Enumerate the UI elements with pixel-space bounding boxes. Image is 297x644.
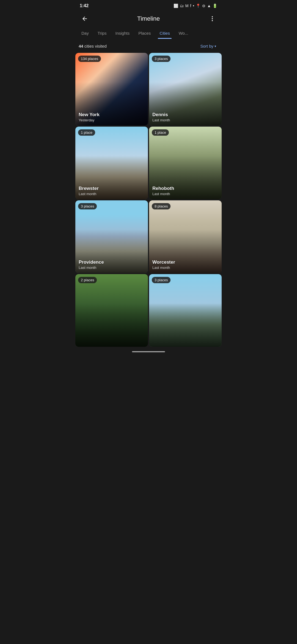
tab-trips[interactable]: Trips [94,28,111,39]
back-button[interactable] [80,14,90,24]
cities-grid: 134 places New York Yesterday 3 places D… [74,53,223,348]
page-title: Timeline [137,15,160,22]
tab-insights[interactable]: Insights [111,28,133,39]
city-name-providence: Providence [79,260,145,265]
more-options-button[interactable] [207,14,217,24]
city-card-new-york[interactable]: 134 places New York Yesterday [75,53,148,125]
cities-count: 44 cities visited [79,44,107,48]
bottom-indicator [74,348,223,356]
location-icon: 📍 [196,4,200,8]
city-name-new-york: New York [79,112,145,118]
city-date-dennis: Last month [152,118,218,122]
city-card-info-rehoboth: Rehoboth Last month [149,182,222,199]
tab-cities[interactable]: Cities [156,28,174,39]
header: Timeline [74,10,223,28]
battery-icon: 🔋 [213,4,217,8]
places-badge-brewster: 1 place [78,129,95,136]
dot-icon: • [193,4,194,8]
places-badge-new-york: 134 places [78,56,101,62]
tab-day[interactable]: Day [78,28,93,39]
places-badge-providence: 3 places [78,203,97,209]
facebook-icon: f [190,4,191,8]
tab-worlds[interactable]: Wo... [175,28,192,39]
city-name-dennis: Dennis [152,112,218,118]
wifi-icon: ▲ [207,4,211,8]
city-date-providence: Last month [79,266,145,270]
places-badge-8: 3 places [152,277,170,283]
city-card-info-new-york: New York Yesterday [75,109,148,125]
city-card-providence[interactable]: 3 places Providence Last month [75,200,148,273]
city-date-rehoboth: Last month [152,192,218,196]
notification-icon: ⬜ [174,4,178,8]
city-name-brewster: Brewster [79,186,145,191]
svg-point-1 [212,18,213,19]
city-card-info-7 [75,340,148,347]
city-card-worcester[interactable]: 8 places Worcester Last month [149,200,222,273]
city-card-8[interactable]: 3 places [149,274,222,347]
city-date-new-york: Yesterday [79,118,145,122]
svg-point-2 [212,20,213,21]
tab-places[interactable]: Places [134,28,155,39]
places-badge-dennis: 3 places [152,56,170,62]
city-card-info-providence: Providence Last month [75,256,148,273]
list-header: 44 cities visited Sort by ▾ [74,39,223,53]
status-time: 1:42 [80,3,89,8]
svg-point-0 [212,16,213,17]
city-date-worcester: Last month [152,266,218,270]
city-card-image-8 [149,274,222,347]
gmail-icon: M [185,4,189,8]
city-name-rehoboth: Rehoboth [152,186,218,191]
chevron-down-icon: ▾ [215,44,216,48]
city-card-info-8 [149,340,222,347]
city-card-7[interactable]: 2 places [75,274,148,347]
places-badge-worcester: 8 places [152,203,170,209]
city-card-brewster[interactable]: 1 place Brewster Last month [75,127,148,199]
city-name-worcester: Worcester [152,260,218,265]
places-badge-7: 2 places [78,277,97,283]
sort-button[interactable]: Sort by ▾ [198,43,218,50]
city-card-dennis[interactable]: 3 places Dennis Last month [149,53,222,125]
city-card-image-7 [75,274,148,347]
city-card-info-worcester: Worcester Last month [149,256,222,273]
messages-icon: 🗂 [180,4,184,8]
home-indicator [132,351,165,352]
city-card-info-dennis: Dennis Last month [149,109,222,125]
status-bar: 1:42 ⬜ 🗂 M f • 📍 ⊖ ▲ 🔋 [74,0,223,10]
places-badge-rehoboth: 1 place [152,129,169,136]
city-card-info-brewster: Brewster Last month [75,182,148,199]
status-icons: ⬜ 🗂 M f • 📍 ⊖ ▲ 🔋 [174,4,217,8]
dnd-icon: ⊖ [202,4,205,8]
city-date-brewster: Last month [79,192,145,196]
city-card-rehoboth[interactable]: 1 place Rehoboth Last month [149,127,222,199]
tab-bar: Day Trips Insights Places Cities Wo... [74,28,223,39]
